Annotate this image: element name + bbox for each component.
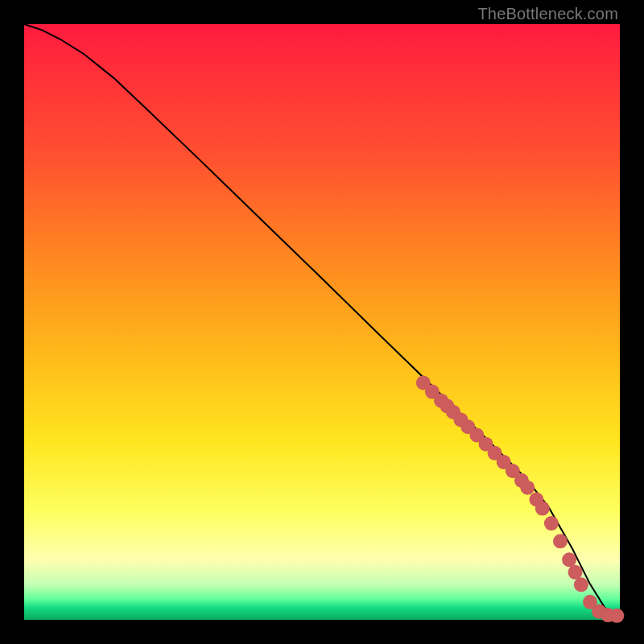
curve-path [24, 24, 620, 617]
scatter-dot [553, 534, 568, 548]
scatter-dot [609, 609, 624, 623]
plot-area [24, 24, 620, 620]
chart-frame: TheBottleneck.com [0, 0, 644, 644]
scatter-dot [562, 552, 576, 567]
scatter-dot [535, 502, 550, 516]
scatter-dot [520, 481, 535, 495]
scatter-dot [568, 565, 583, 580]
scatter-dot [574, 577, 588, 592]
scatter-group [416, 376, 625, 623]
watermark-text: TheBottleneck.com [477, 5, 618, 23]
chart-svg [24, 24, 620, 620]
scatter-dot [544, 516, 559, 530]
